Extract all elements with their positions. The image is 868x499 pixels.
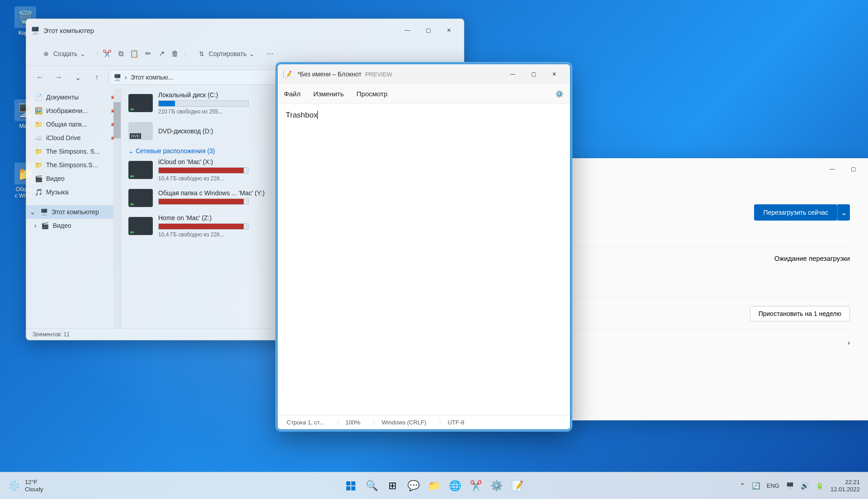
weather-widget[interactable]: ❄️ 12°F Cloudy [0,479,43,493]
restart-now-button[interactable]: Перезагрузить сейчас [754,204,837,221]
forward-button[interactable]: → [52,70,66,85]
network-drive-icon [128,217,153,235]
gear-icon: ⚙️ [555,90,564,98]
maximize-button[interactable]: ▢ [418,23,439,38]
recent-dropdown[interactable]: ⌄ [71,70,85,85]
volume-icon[interactable]: 🔊 [801,482,809,490]
zoom-level: 100% [338,419,360,426]
music-icon: 🎵 [34,188,42,196]
preview-badge: PREVIEW [365,71,392,78]
chevron-down-icon[interactable]: ⌄ [30,208,35,216]
language-indicator[interactable]: ENG [767,482,779,489]
more-icon[interactable]: ⋯ [265,49,274,58]
maximize-button[interactable]: ▢ [843,162,863,176]
sidebar-shared[interactable]: 📁Общая папк...📌 [26,118,121,131]
explorer-toolbar: ⊕Создать ⌄ | ✂️ ⧉ 📋 ✏ ↗ 🗑 | ⇅Сортировать… [26,42,464,66]
folder-icon: 📁 [34,161,42,169]
cut-icon[interactable]: ✂️ [103,49,112,58]
menu-file[interactable]: Файл [284,90,301,98]
sidebar-simpsons2[interactable]: 📁The.Simpsons.S... [26,158,121,172]
notepad-statusbar: Строка 1, ст... 100% Windows (CRLF) UTF-… [278,415,570,429]
notepad-title: *Без имени – Блокнот [297,71,362,78]
minimize-button[interactable]: — [397,23,418,38]
sidebar-icloud[interactable]: ☁️iCloud Drive📌 [26,131,121,145]
maximize-button[interactable]: ▢ [523,67,544,81]
explorer-sidebar: 📄Документы📌 🖼️Изображени...📌 📁Общая папк… [26,89,121,328]
chevron-right-icon[interactable]: › [34,222,37,229]
settings-button[interactable]: ⚙️ [555,90,564,98]
explorer-button[interactable]: 📁 [425,477,443,495]
search-button[interactable]: 🔍 [363,477,381,495]
paste-icon[interactable]: 📋 [130,49,139,58]
sidebar-simpsons1[interactable]: 📁The Simpsons. S... [26,145,121,158]
up-button[interactable]: ↑ [90,70,104,85]
sidebar-video[interactable]: 🎬Видео [26,172,121,185]
snipping-button[interactable]: ✂️ [467,477,485,495]
svg-rect-0 [346,481,350,485]
minimize-button[interactable]: — [822,162,843,176]
sidebar-video2[interactable]: ›🎬Видео [26,219,121,232]
svg-rect-2 [346,486,350,490]
sync-icon[interactable]: 🔄 [752,482,760,490]
notepad-textarea[interactable]: Trashbox [278,104,570,415]
pause-week-button[interactable]: Приостановить на 1 неделю [750,306,850,321]
copy-icon[interactable]: ⧉ [116,49,125,58]
plus-circle-icon: ⊕ [42,49,51,58]
chevron-down-icon: ⌄ [128,147,134,155]
taskbar: ❄️ 12°F Cloudy 🔍 ⊞ 💬 📁 🌐 ✂️ ⚙️ 📝 ⌃ 🔄 ENG… [0,472,868,499]
network-drive-icon [128,161,153,179]
video-icon: 🎬 [34,174,42,183]
this-pc-icon: 🖥️ [113,74,121,81]
minimize-button[interactable]: — [502,67,523,81]
drive-icon [128,94,153,112]
chat-button[interactable]: 💬 [404,477,422,495]
sidebar-this-pc[interactable]: ⌄🖥️Этот компьютер [26,205,121,219]
chevron-down-icon: ⌄ [80,50,85,57]
network-drive-icon [128,189,153,207]
rename-icon[interactable]: ✏ [143,49,152,58]
explorer-titlebar[interactable]: 🖥️ Этот компьютер — ▢ ✕ [26,19,464,42]
chevron-down-icon: ⌄ [249,50,255,57]
edge-button[interactable]: 🌐 [446,477,464,495]
delete-icon[interactable]: 🗑 [170,49,179,58]
sort-button[interactable]: ⇅Сортировать ⌄ [191,47,261,61]
folder-icon: 📁 [34,120,42,128]
chevron-right-icon: › [848,339,850,346]
cursor-position: Строка 1, ст... [287,419,324,426]
sidebar-scrollbar[interactable] [113,89,121,328]
notepad-button[interactable]: 📝 [508,477,526,495]
explorer-title: Этот компьютер [43,27,94,34]
close-button[interactable]: ✕ [439,23,459,38]
svg-rect-1 [351,481,355,485]
notepad-titlebar[interactable]: 📝 *Без имени – Блокнот PREVIEW — ▢ ✕ [278,64,570,84]
close-button[interactable]: ✕ [544,67,565,81]
back-button[interactable]: ← [33,70,47,85]
menu-edit[interactable]: Изменить [313,90,344,98]
sidebar-music[interactable]: 🎵Музыка [26,185,121,199]
images-icon: 🖼️ [34,107,42,115]
new-button[interactable]: ⊕Создать ⌄ [35,47,92,61]
documents-icon: 📄 [34,93,42,101]
restart-dropdown[interactable]: ⌄ [837,204,850,221]
start-button[interactable] [342,477,360,495]
sidebar-images[interactable]: 🖼️Изображени...📌 [26,104,121,118]
sidebar-documents[interactable]: 📄Документы📌 [26,90,121,104]
share-icon[interactable]: ↗ [157,49,166,58]
weather-icon: ❄️ [8,480,20,492]
tray-chevron[interactable]: ⌃ [740,482,745,490]
folder-icon: 📁 [34,147,42,155]
dvd-icon: DVD [128,122,153,140]
clock[interactable]: 22:21 12.01.2022 [830,479,860,493]
notepad-icon: 📝 [283,70,292,79]
network-icon[interactable]: 🖥️ [786,482,794,490]
encoding: UTF-8 [440,419,464,426]
this-pc-icon: 🖥️ [40,208,48,216]
menu-view[interactable]: Просмотр [357,90,388,98]
task-view-button[interactable]: ⊞ [383,477,401,495]
battery-icon[interactable]: 🔋 [816,482,824,490]
notepad-menubar: Файл Изменить Просмотр ⚙️ [278,84,570,104]
sort-icon: ⇅ [197,49,206,58]
settings-button[interactable]: ⚙️ [487,477,505,495]
this-pc-icon: 🖥️ [31,26,40,35]
line-ending: Windows (CRLF) [374,419,426,426]
